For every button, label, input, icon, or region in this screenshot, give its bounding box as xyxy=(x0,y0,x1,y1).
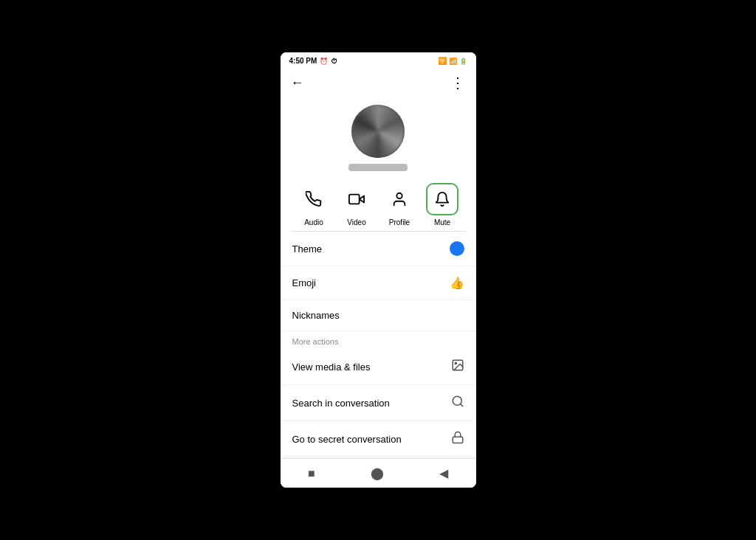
phone-frame: 4:50 PM ⏰ ⏱ 🛜 📶 🔋 ← ⋮ Audio xyxy=(281,52,476,488)
svg-line-6 xyxy=(460,404,462,406)
video-label: Video xyxy=(347,218,365,226)
nicknames-menu-item[interactable]: Nicknames xyxy=(281,300,476,331)
view-media-label: View media & files xyxy=(292,361,371,373)
back-nav-button[interactable]: ◀ xyxy=(439,466,448,480)
lock-icon xyxy=(451,431,464,447)
timer-icon: ⏱ xyxy=(331,58,337,65)
emoji-label: Emoji xyxy=(292,277,317,288)
status-left: 4:50 PM ⏰ ⏱ xyxy=(289,57,338,65)
nav-bar: ← ⋮ xyxy=(281,68,476,97)
audio-label: Audio xyxy=(304,218,323,226)
image-icon xyxy=(451,359,464,375)
status-bar: 4:50 PM ⏰ ⏱ 🛜 📶 🔋 xyxy=(281,52,476,68)
svg-rect-7 xyxy=(453,437,463,443)
secret-convo-label: Go to secret conversation xyxy=(292,434,402,445)
audio-button[interactable]: Audio xyxy=(298,183,330,226)
menu-list: Theme Emoji 👍 Nicknames More actions Vie… xyxy=(281,232,476,458)
bottom-nav-bar: ■ ⬤ ◀ xyxy=(281,458,476,488)
profile-button[interactable]: Profile xyxy=(383,183,416,226)
battery-icon: 🔋 xyxy=(459,58,467,65)
audio-icon xyxy=(298,183,330,215)
video-icon xyxy=(340,183,373,215)
circle-nav-button[interactable]: ⬤ xyxy=(371,466,384,480)
search-convo-label: Search in conversation xyxy=(292,398,390,409)
mute-label: Mute xyxy=(434,218,450,226)
theme-menu-item[interactable]: Theme xyxy=(281,232,476,266)
search-icon xyxy=(451,395,464,411)
profile-label: Profile xyxy=(389,218,410,226)
profile-icon xyxy=(383,183,416,215)
avatar xyxy=(351,105,405,158)
mute-button[interactable]: Mute xyxy=(426,183,458,226)
signal-icon: 📶 xyxy=(449,58,457,65)
svg-point-4 xyxy=(455,362,456,364)
emoji-menu-item[interactable]: Emoji 👍 xyxy=(281,266,476,300)
avatar-section xyxy=(281,97,476,176)
action-buttons: Audio Video Profile xyxy=(281,176,476,231)
more-actions-section-label: More actions xyxy=(281,331,476,349)
svg-marker-0 xyxy=(360,195,364,202)
back-button[interactable]: ← xyxy=(291,75,304,91)
status-right: 🛜 📶 🔋 xyxy=(438,57,467,65)
svg-rect-1 xyxy=(349,195,360,204)
mute-icon xyxy=(426,183,458,215)
secret-convo-menu-item[interactable]: Go to secret conversation xyxy=(281,421,476,457)
avatar-name-bar xyxy=(348,164,408,171)
nicknames-label: Nicknames xyxy=(292,310,340,321)
avatar-image xyxy=(351,105,405,158)
alarm-icon: ⏰ xyxy=(320,58,328,65)
theme-icon xyxy=(450,241,464,256)
time: 4:50 PM xyxy=(289,57,317,65)
video-button[interactable]: Video xyxy=(340,183,373,226)
svg-point-2 xyxy=(396,193,402,198)
theme-label: Theme xyxy=(292,243,322,255)
emoji-icon: 👍 xyxy=(450,276,464,290)
home-nav-button[interactable]: ■ xyxy=(308,467,315,480)
search-convo-menu-item[interactable]: Search in conversation xyxy=(281,385,476,421)
more-menu-button[interactable]: ⋮ xyxy=(450,74,466,91)
view-media-menu-item[interactable]: View media & files xyxy=(281,349,476,385)
wifi-icon: 🛜 xyxy=(438,57,447,65)
